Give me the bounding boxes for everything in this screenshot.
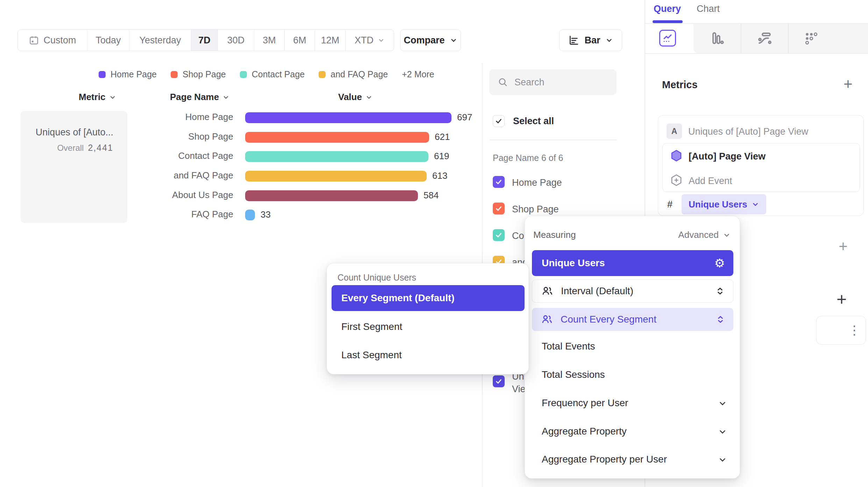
chevron-down-icon: [752, 200, 759, 208]
viz-flow-button[interactable]: [756, 30, 773, 48]
date-preset-custom[interactable]: Custom: [18, 30, 87, 51]
date-preset-3m[interactable]: 3M: [254, 30, 285, 51]
select-all-row[interactable]: Select all: [493, 115, 554, 127]
measuring-option-interval[interactable]: Interval (Default): [532, 280, 733, 303]
metric-card: A Uniques of [Auto] Page View [Auto] Pag…: [658, 115, 864, 216]
chevron-down-icon: [365, 94, 372, 101]
date-preset-30d[interactable]: 30D: [218, 30, 254, 51]
dots-grid-icon: [803, 30, 820, 47]
measuring-option-frequency-per-user[interactable]: Frequency per User: [542, 397, 628, 409]
segment-popup-title: Count Unique Users: [337, 273, 416, 283]
checkbox-checked[interactable]: [493, 229, 505, 241]
column-header-label: Metric: [79, 92, 106, 103]
segment-option-first-segment[interactable]: First Segment: [341, 321, 402, 332]
legend-label: Home Page: [111, 69, 157, 79]
legend-swatch: [240, 71, 247, 78]
legend-item-home-page[interactable]: Home Page: [99, 69, 157, 79]
legend-label: and FAQ Page: [330, 69, 388, 79]
bar-shop-page[interactable]: [245, 132, 429, 143]
measuring-option-aggregate-property-per-user[interactable]: Aggregate Property per User: [542, 454, 667, 465]
bar-home-page[interactable]: [245, 112, 451, 123]
column-header-metric[interactable]: Metric: [79, 92, 116, 103]
chevron-down-icon[interactable]: [718, 427, 727, 436]
legend-item-shop-page[interactable]: Shop Page: [171, 69, 226, 79]
search-placeholder: Search: [514, 77, 545, 88]
checkbox-checked[interactable]: [493, 203, 505, 214]
viz-row-divider: [645, 53, 868, 54]
measure-dropdown[interactable]: Unique Users: [682, 194, 766, 214]
measuring-option-total-sessions[interactable]: Total Sessions: [542, 369, 605, 380]
date-preset-label: Custom: [43, 35, 76, 46]
checkbox-checked[interactable]: [493, 375, 505, 387]
segment-option-last-segment[interactable]: Last Segment: [341, 350, 402, 361]
add-metric-button[interactable]: +: [844, 76, 853, 92]
date-preset-12m[interactable]: 12M: [315, 30, 346, 51]
viz-retention-button[interactable]: [803, 30, 820, 48]
add-event-hexagon-icon: [670, 174, 683, 187]
event-hexagon-icon: [670, 149, 683, 162]
segment-option-every-segment[interactable]: Every Segment (Default): [332, 285, 525, 311]
date-preset-6m[interactable]: 6M: [285, 30, 315, 51]
filter-item-label: Home Page: [512, 177, 562, 188]
people-icon: [541, 313, 553, 325]
viz-bar-button[interactable]: [709, 30, 725, 48]
bar-chart-icon: [709, 30, 725, 47]
add-breakdown-button[interactable]: +: [837, 290, 847, 308]
filter-item-home-page[interactable]: Home Page: [489, 176, 641, 191]
measuring-option-aggregate-property[interactable]: Aggregate Property: [542, 426, 627, 437]
measuring-title: Measuring: [533, 230, 576, 240]
bar-about-us-page[interactable]: [245, 190, 418, 201]
chart-type-label: Bar: [584, 35, 600, 46]
date-preset-7d[interactable]: 7D: [191, 30, 218, 51]
check-icon: [495, 117, 503, 125]
legend-item-and-faq-page[interactable]: and FAQ Page: [319, 69, 388, 79]
date-preset-yesterday[interactable]: Yesterday: [129, 30, 191, 51]
add-event-button[interactable]: Add Event: [689, 176, 732, 186]
advanced-label: Advanced: [678, 230, 719, 240]
bar-category-label: About Us Page: [140, 190, 233, 200]
add-filter-button[interactable]: +: [839, 239, 848, 254]
kebab-menu-icon[interactable]: ⋮: [848, 324, 861, 337]
gear-icon[interactable]: ⚙: [714, 257, 725, 269]
legend-more-link[interactable]: +2 More: [402, 69, 434, 79]
chevron-down-icon[interactable]: [718, 455, 727, 464]
compare-button[interactable]: Compare: [400, 29, 461, 51]
filter-item-label: Shop Page: [512, 204, 559, 215]
select-all-label: Select all: [513, 116, 554, 127]
column-header-value[interactable]: Value: [338, 92, 372, 103]
bar-row: Contact Page 619: [0, 147, 479, 166]
checkbox-checked[interactable]: [493, 176, 505, 188]
viz-insights-button[interactable]: [659, 30, 676, 47]
measuring-option-total-events[interactable]: Total Events: [542, 341, 595, 352]
bar-contact-page[interactable]: [245, 151, 428, 162]
event-name[interactable]: [Auto] Page View: [689, 151, 766, 162]
tab-query[interactable]: Query: [654, 3, 681, 14]
viz-cell-divider: [788, 24, 789, 53]
calendar-icon: [29, 35, 39, 45]
select-all-checkbox[interactable]: [493, 115, 505, 127]
check-icon: [495, 231, 503, 239]
search-input[interactable]: Search: [489, 69, 617, 95]
advanced-dropdown[interactable]: Advanced: [678, 230, 731, 240]
column-header-label: Page Name: [170, 92, 219, 103]
measuring-option-unique-users[interactable]: Unique Users ⚙: [532, 250, 733, 276]
tab-chart[interactable]: Chart: [697, 3, 720, 14]
chevron-down-icon: [450, 36, 457, 44]
date-preset-today[interactable]: Today: [87, 30, 129, 51]
viz-cell-divider: [741, 24, 741, 53]
chart-type-select[interactable]: Bar: [559, 29, 622, 51]
measuring-option-count-every-segment[interactable]: Count Every Segment: [532, 308, 733, 331]
date-preset-xtd[interactable]: XTD: [346, 30, 394, 51]
legend-item-contact-page[interactable]: Contact Page: [240, 69, 305, 79]
legend-swatch: [171, 71, 178, 78]
bar-faq-page[interactable]: [245, 210, 255, 220]
bar-value: 621: [435, 132, 450, 142]
bar-category-label: Home Page: [140, 112, 233, 122]
bar-and-faq-page[interactable]: [245, 171, 427, 182]
column-header-page-name[interactable]: Page Name: [170, 92, 229, 103]
bar-row: About Us Page 584: [0, 186, 479, 205]
column-header-label: Value: [338, 92, 362, 103]
bar-category-label: and FAQ Page: [140, 170, 233, 181]
chevron-down-icon[interactable]: [718, 399, 727, 408]
date-preset-label: Today: [95, 35, 121, 46]
